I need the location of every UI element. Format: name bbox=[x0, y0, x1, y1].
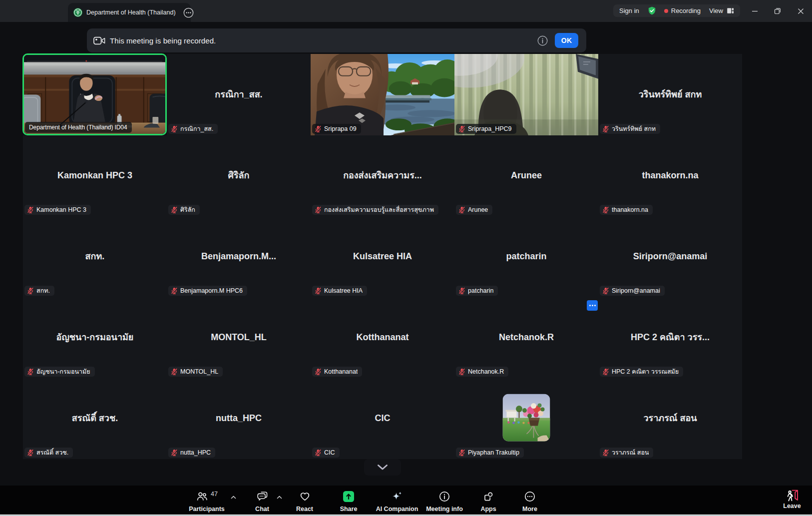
participant-name: วรินทร์ทิพย์ สกท bbox=[598, 87, 742, 101]
participant-label: Netchanok.R bbox=[456, 367, 508, 377]
participant-tile[interactable]: Netchanok.R Netchanok.R bbox=[454, 297, 598, 378]
sign-in-button[interactable]: Sign in bbox=[619, 7, 639, 14]
participant-tile[interactable]: Sriprapa_HPC9 bbox=[454, 54, 598, 135]
participant-label-text: Siriporn@anamai bbox=[612, 287, 660, 294]
participant-tile[interactable]: patcharin patcharin bbox=[454, 216, 598, 297]
participant-label-text: สกท. bbox=[36, 286, 50, 296]
participant-label: Arunee bbox=[456, 205, 492, 215]
heart-icon bbox=[299, 491, 311, 503]
tab-title: Department of Health (Thailand) bbox=[86, 9, 176, 16]
meeting-tab[interactable]: Department of Health (Thailand) bbox=[68, 3, 191, 22]
participant-name: สรณัติ์ สวช. bbox=[23, 411, 167, 425]
recording-banner-text: This meeting is being recorded. bbox=[110, 36, 216, 45]
participant-tile[interactable]: HPC 2 คณิตา วรร... HPC 2 คณิตา วรรณสมัย bbox=[598, 297, 742, 378]
participant-label: สกท. bbox=[24, 286, 54, 296]
maximize-restore-button[interactable] bbox=[766, 0, 789, 22]
participant-tile[interactable]: Kamonkan HPC 3 Kamonkan HPC 3 bbox=[23, 135, 167, 216]
participant-tile[interactable]: Kulsatree HIA Kulsatree HIA bbox=[311, 216, 454, 297]
share-button[interactable]: Share bbox=[333, 490, 365, 513]
info-icon[interactable] bbox=[537, 35, 548, 46]
participant-label-text: Sriprapa 09 bbox=[324, 125, 357, 132]
participant-tile[interactable]: nutta_HPC nutta_HPC bbox=[167, 378, 311, 459]
participant-label: Department of Health (Thailand) ID04 bbox=[25, 122, 132, 133]
minimize-button[interactable] bbox=[743, 0, 766, 22]
outdoor-river-video bbox=[311, 54, 454, 135]
gallery-next-page-button[interactable] bbox=[364, 459, 401, 476]
participant-tile[interactable]: วราภรณ์ สอน วราภรณ์ สอน bbox=[598, 378, 742, 459]
participant-label-text: วราภรณ์ สอน bbox=[612, 448, 649, 458]
participant-tile[interactable]: Arunee Arunee bbox=[454, 135, 598, 216]
participant-tile[interactable]: Piyaphan Trakultip bbox=[454, 378, 598, 459]
participant-tile[interactable]: สรณัติ์ สวช. สรณัติ์ สวช. bbox=[23, 378, 167, 459]
participant-tile[interactable]: thanakorn.na thanakorn.na bbox=[598, 135, 742, 216]
department-of-health-logo-icon bbox=[73, 8, 82, 17]
participant-name: patcharin bbox=[454, 251, 598, 262]
leave-button[interactable]: Leave bbox=[779, 489, 805, 510]
more-button[interactable]: More bbox=[515, 490, 544, 513]
ellipsis-icon bbox=[524, 491, 536, 503]
chevron-up-icon bbox=[277, 496, 282, 499]
security-shield-icon[interactable] bbox=[647, 6, 657, 15]
meeting-info-button[interactable]: Meeting info bbox=[420, 490, 468, 513]
ok-button[interactable]: OK bbox=[555, 33, 578, 48]
participant-label-text: ศิริลัก bbox=[180, 205, 195, 215]
chat-chevron-button[interactable] bbox=[275, 494, 283, 501]
participant-tile[interactable]: อัญชนา-กรมอนามัย อัญชนา-กรมอนามัย bbox=[23, 297, 167, 378]
participant-label-text: Department of Health (Thailand) ID04 bbox=[29, 124, 127, 131]
participant-label: MONTOL_HL bbox=[168, 367, 223, 377]
participant-label-text: patcharin bbox=[468, 287, 493, 294]
participant-tile[interactable]: สกท. สกท. bbox=[23, 216, 167, 297]
leave-door-icon bbox=[785, 489, 799, 503]
mic-muted-icon bbox=[171, 125, 178, 132]
participant-label-text: CIC bbox=[324, 449, 335, 456]
participant-label: CIC bbox=[312, 448, 340, 458]
profile-photo bbox=[503, 394, 550, 442]
tab-more-button[interactable] bbox=[183, 7, 194, 18]
apps-icon bbox=[482, 491, 494, 503]
titlebar-status-cluster: Sign in Recording View bbox=[613, 4, 740, 17]
participant-tile[interactable]: กองส่งเสริมความร... กองส่งเสริมความรอบรู… bbox=[311, 135, 454, 216]
participant-label-text: MONTOL_HL bbox=[180, 368, 218, 375]
participant-name: HPC 2 คณิตา วรร... bbox=[598, 330, 742, 344]
participant-tile[interactable]: ศิริลัก ศิริลัก bbox=[167, 135, 311, 216]
mic-muted-icon bbox=[171, 368, 178, 375]
mic-muted-icon bbox=[602, 368, 609, 375]
mic-muted-icon bbox=[315, 287, 322, 294]
close-button[interactable] bbox=[789, 0, 812, 22]
participant-tile[interactable]: Benjamaporn.M... Benjamaporn.M HPC6 bbox=[167, 216, 311, 297]
react-button[interactable]: React bbox=[289, 490, 321, 513]
participant-label: กองส่งเสริมความรอบรู้และสื่อสารสุขภาพ bbox=[312, 205, 438, 215]
participants-chevron-button[interactable] bbox=[229, 494, 237, 501]
minimize-icon bbox=[752, 8, 758, 14]
participant-tile[interactable]: Sriprapa 09 bbox=[311, 54, 454, 135]
apps-button[interactable]: Apps bbox=[474, 490, 502, 513]
close-icon bbox=[798, 8, 804, 14]
participant-name: Kotthananat bbox=[311, 332, 454, 343]
mic-muted-icon bbox=[27, 368, 34, 375]
meeting-toolbar: 47 Participants Chat bbox=[0, 486, 812, 515]
participant-label-text: Kulsatree HIA bbox=[324, 287, 363, 294]
participant-label-text: thanakorn.na bbox=[612, 206, 648, 213]
participant-tile[interactable]: Siriporn@anamai Siriporn@anamai bbox=[598, 216, 742, 297]
participants-button[interactable]: 47 Participants bbox=[184, 490, 230, 513]
mic-muted-icon bbox=[458, 206, 465, 213]
mic-muted-icon bbox=[602, 206, 609, 213]
participant-label-text: Piyaphan Trakultip bbox=[468, 449, 519, 456]
participant-label: Piyaphan Trakultip bbox=[456, 448, 524, 458]
participant-name: Kulsatree HIA bbox=[311, 251, 454, 262]
tile-more-options-button[interactable] bbox=[587, 300, 598, 311]
share-screen-icon bbox=[343, 491, 355, 503]
participant-tile[interactable]: วรินทร์ทิพย์ สกท วรินทร์ทิพย์ สกท bbox=[598, 54, 742, 135]
participant-tile[interactable]: MONTOL_HL MONTOL_HL bbox=[167, 297, 311, 378]
participant-tile[interactable]: Kotthananat Kotthananat bbox=[311, 297, 454, 378]
participant-name: Netchanok.R bbox=[454, 332, 598, 343]
ai-companion-button[interactable]: AI Companion bbox=[370, 490, 424, 513]
participant-tile[interactable]: CIC CIC bbox=[311, 378, 454, 459]
mic-muted-icon bbox=[315, 368, 322, 375]
participant-tile-department-of-health[interactable]: Department of Health (Thailand) ID04 bbox=[22, 53, 167, 135]
view-button[interactable]: View bbox=[709, 7, 734, 14]
chat-button[interactable]: Chat bbox=[247, 490, 277, 513]
participant-name: สกท. bbox=[23, 249, 167, 263]
participant-tile[interactable]: กรณิกา_สส. กรณิกา_สส. bbox=[167, 54, 311, 135]
participant-label-text: Kamonkan HPC 3 bbox=[36, 206, 86, 213]
